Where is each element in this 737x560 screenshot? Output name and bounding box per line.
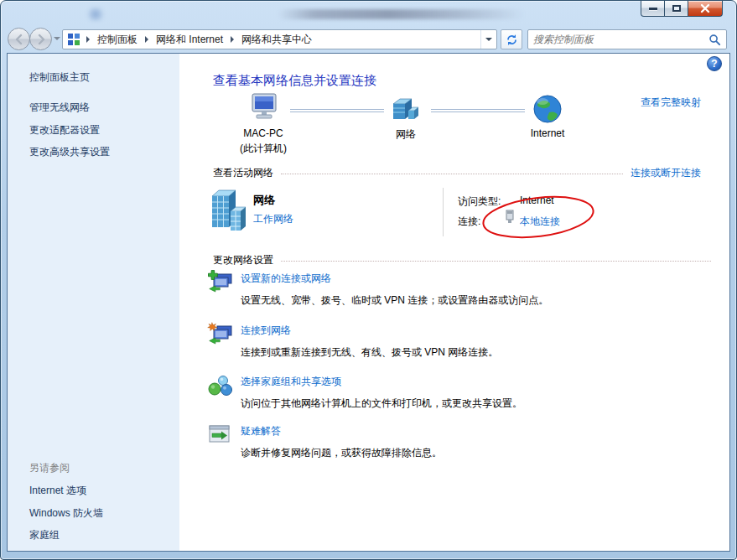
sidebar-item-manage-wireless-networks[interactable]: 管理无线网络 [29, 101, 90, 115]
main-content: ? 查看基本网络信息并设置连接 [179, 54, 729, 551]
globe-icon[interactable] [532, 94, 563, 124]
active-network-name: 网络 [253, 193, 275, 208]
connect-to-network-icon [207, 322, 234, 347]
access-type-label: 访问类型: [458, 194, 501, 209]
sidebar-item-control-panel-home[interactable]: 控制面板主页 [29, 70, 90, 85]
setting-item-troubleshoot: 疑难解答 诊断并修复网络问题，或获得故障排除信息。 [207, 423, 721, 460]
new-connection-icon [207, 270, 234, 295]
help-icon[interactable]: ? [707, 56, 722, 71]
close-icon [700, 3, 710, 13]
chevron-down-icon [485, 38, 492, 41]
navigation-bar: 控制面板 网络和 Internet 网络和共享中心 [1, 26, 736, 53]
breadcrumb-separator-icon [231, 36, 234, 43]
setting-item-new-connection: 设置新的连接或网络 设置无线、宽带、拨号、临时或 VPN 连接；或设置路由器或访… [207, 270, 721, 308]
computer-icon[interactable] [247, 93, 281, 123]
sidebar-item-advanced-sharing-settings[interactable]: 更改高级共享设置 [29, 145, 110, 159]
troubleshoot-desc: 诊断并修复网络问题，或获得故障排除信息。 [241, 446, 442, 460]
active-networks-header: 查看活动网络 [213, 166, 273, 180]
breadcrumb-control-panel[interactable]: 控制面板 [96, 31, 139, 49]
refresh-icon [506, 34, 518, 46]
active-network-icon [207, 188, 251, 236]
control-panel-icon [67, 33, 80, 46]
minimize-button[interactable] [641, 1, 665, 17]
connect-disconnect-link[interactable]: 连接或断开连接 [631, 166, 701, 180]
network-node-icon[interactable] [390, 96, 422, 123]
troubleshoot-link[interactable]: 疑难解答 [241, 424, 442, 438]
forward-button[interactable] [29, 28, 52, 50]
search-icon[interactable] [708, 34, 721, 46]
titlebar-blurred-favicon [85, 8, 106, 21]
refresh-button[interactable] [501, 29, 522, 49]
window-controls [641, 1, 723, 17]
homegroup-options-link[interactable]: 选择家庭组和共享选项 [241, 375, 522, 389]
map-connector-line [431, 109, 525, 112]
back-arrow-icon [13, 34, 25, 45]
search-input[interactable] [533, 34, 708, 45]
sidebar-item-homegroup[interactable]: 家庭组 [29, 528, 60, 542]
connect-to-network-link[interactable]: 连接到网络 [241, 324, 498, 338]
local-area-connection-link[interactable]: 本地连接 [520, 215, 560, 229]
minimize-icon [649, 8, 657, 10]
sidebar-item-change-adapter-settings[interactable]: 更改适配器设置 [29, 123, 100, 137]
sidebar: 控制面板主页 管理无线网络 更改适配器设置 更改高级共享设置 另请参阅 Inte… [8, 54, 179, 551]
map-computer-label: MAC-PC [205, 127, 322, 139]
close-button[interactable] [688, 1, 723, 17]
address-dropdown-button[interactable] [480, 30, 496, 49]
sidebar-item-windows-firewall[interactable]: Windows 防火墙 [29, 506, 103, 521]
troubleshoot-icon [207, 423, 234, 448]
setup-new-connection-link[interactable]: 设置新的连接或网络 [241, 272, 548, 286]
map-computer-sublabel: (此计算机) [205, 142, 322, 156]
search-box [527, 29, 727, 49]
dotted-divider [281, 261, 711, 262]
recent-pages-chevron[interactable] [54, 37, 60, 40]
map-connector-line [290, 109, 384, 112]
sidebar-item-internet-options[interactable]: Internet 选项 [29, 484, 86, 498]
access-type-value: Internet [520, 194, 554, 206]
setup-new-connection-desc: 设置无线、宽带、拨号、临时或 VPN 连接；或设置路由器或访问点。 [241, 293, 548, 308]
titlebar-blurred-watermark [278, 9, 525, 19]
map-internet-label: Internet [489, 127, 606, 139]
see-also-header: 另请参阅 [29, 461, 70, 475]
setting-item-homegroup: 选择家庭组和共享选项 访问位于其他网络计算机上的文件和打印机，或更改共享设置。 [207, 373, 721, 411]
forward-arrow-icon [35, 34, 47, 45]
network-category-link[interactable]: 工作网络 [253, 212, 293, 226]
ethernet-icon [504, 210, 516, 225]
breadcrumb-separator-icon [86, 36, 90, 43]
setting-item-connect: 连接到网络 连接到或重新连接到无线、有线、拨号或 VPN 网络连接。 [207, 322, 721, 360]
map-network-label: 网络 [347, 127, 465, 142]
breadcrumb-separator-icon [145, 36, 148, 43]
maximize-icon [672, 5, 681, 12]
active-networks-header-row: 查看活动网络 连接或断开连接 [213, 166, 701, 180]
homegroup-options-desc: 访问位于其他网络计算机上的文件和打印机，或更改共享设置。 [241, 397, 522, 411]
maximize-button[interactable] [665, 1, 688, 17]
breadcrumb-network-sharing-center[interactable]: 网络和共享中心 [240, 31, 314, 49]
address-bar[interactable]: 控制面板 网络和 Internet 网络和共享中心 [62, 29, 497, 49]
network-sharing-center-window: 控制面板 网络和 Internet 网络和共享中心 [0, 0, 737, 560]
page-title: 查看基本网络信息并设置连接 [213, 73, 376, 89]
see-full-map-link[interactable]: 查看完整映射 [641, 96, 701, 110]
settings-header: 更改网络设置 [213, 253, 273, 267]
window-body: 控制面板主页 管理无线网络 更改适配器设置 更改高级共享设置 另请参阅 Inte… [7, 53, 730, 552]
connections-label: 连接: [458, 215, 480, 229]
dotted-divider [281, 174, 623, 174]
connect-to-network-desc: 连接到或重新连接到无线、有线、拨号或 VPN 网络连接。 [241, 345, 498, 360]
homegroup-icon [207, 373, 234, 398]
titlebar[interactable] [1, 1, 736, 26]
back-button[interactable] [8, 28, 30, 50]
settings-header-row: 更改网络设置 [213, 253, 719, 267]
breadcrumb-network-internet[interactable]: 网络和 Internet [154, 31, 225, 49]
panel-divider [443, 188, 444, 236]
